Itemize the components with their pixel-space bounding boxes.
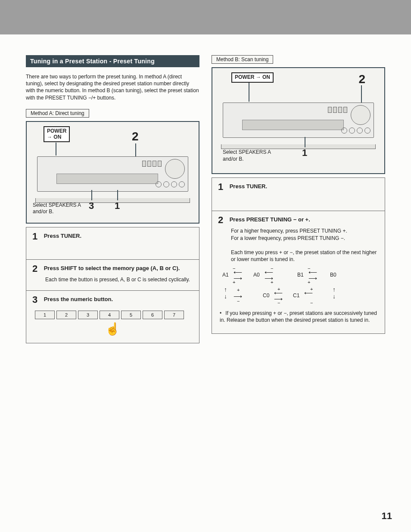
callout-line [56,143,56,156]
method-a-label: Method A: Direct tuning [26,109,89,118]
num-button-2: 2 [56,311,76,319]
speakers-line1: Select SPEAKERS A [223,149,271,155]
speakers-line1: Select SPEAKERS A [33,202,81,208]
device-illustration-a: POWER → ON 2 [33,126,193,217]
arrow-down-icon: ↓ [333,293,336,299]
callout-number-2: 2 [132,130,139,143]
callout-number-1: 1 [302,147,307,159]
num-button-1: 1 [35,311,55,319]
scan-tuning-note: • If you keep pressing + or −, preset st… [220,310,377,324]
minus-label: − [310,300,313,305]
power-text: POWER [47,128,66,134]
step-number: 1 [218,182,223,192]
step-title: Press SHIFT to select the memory page (A… [44,265,180,271]
step-number: 1 [32,232,37,241]
intro-text: There are two ways to perform the preset… [26,73,199,101]
arrow-down-icon: ↓ [224,293,227,299]
bullet-icon: • [220,310,224,317]
speakers-line2: and/or B. [223,156,244,162]
callout-line [91,190,92,200]
header-band [0,0,411,34]
callout-number-3: 3 [89,200,94,212]
method-b-step-2: 2 Press PRESET TUNING − or +. For a high… [212,211,385,334]
right-column: Method B: Scan tuning POWER → ON 2 [212,55,385,343]
numeric-button-row: 1 2 3 4 5 6 7 [35,311,193,319]
minus-label: − [271,266,273,271]
device-illustration-b: POWER → ON 2 [218,72,378,167]
content-area: Tuning in a Preset Station - Preset Tuni… [0,34,411,343]
num-button-7: 7 [164,311,184,319]
plus-label: + [237,287,240,292]
receiver-drawing [223,103,374,146]
method-a-diagram-box: POWER → ON 2 [26,121,199,224]
power-text: POWER → ON [235,74,270,80]
callout-line [305,137,305,147]
step-body-line2: For a lower frequency, press PRESET TUNI… [231,235,379,242]
cycle-b1: B1 [297,272,304,278]
left-column: Tuning in a Preset Station - Preset Tuni… [26,55,199,343]
step-title: Press PRESET TUNING − or +. [230,216,310,223]
step-title: Press TUNER. [44,233,81,239]
step-body: Each time the button is pressed, A, B or… [45,276,193,283]
num-button-6: 6 [143,311,162,319]
manual-page: Tuning in a Preset Station - Preset Tuni… [0,0,411,532]
step-number: 2 [218,215,223,225]
step-number: 2 [32,264,37,274]
section-title: Tuning in a Preset Station - Preset Tuni… [26,55,199,67]
cycle-a0: A0 [253,272,260,278]
plus-label: + [310,286,313,292]
receiver-drawing [37,156,188,199]
speakers-line2: and/or B. [33,208,54,215]
arrow-up-icon: ↑ [224,286,227,292]
hand-press-icon: ☝ [32,322,193,336]
plus-label: + [308,280,310,285]
plus-label: + [271,280,273,285]
arrow-up-icon: ↑ [333,286,336,292]
power-arrow-on: → ON [47,134,61,140]
power-on-label: POWER → ON [44,126,70,143]
callout-line [249,83,249,102]
speakers-label: Select SPEAKERS A and/or B. [223,149,271,162]
cycle-b0: B0 [330,272,336,278]
preset-cycle-diagram: A1 ⟵ ⟶ − + A0 ⟵ ⟶ − + B1 ⟵ ⟶ − + B0 [220,268,377,306]
callout-line [361,85,362,103]
minus-label: − [237,299,240,304]
num-button-3: 3 [78,311,98,319]
step-body-line3: Each time you press + or −, the preset s… [231,249,379,264]
step-title: Press the numeric button. [44,296,113,302]
callout-line [117,190,118,200]
method-a-step-1: 1 Press TUNER. [26,227,199,260]
minus-label: − [233,266,235,271]
plus-label: + [277,286,280,292]
method-b-diagram-box: POWER → ON 2 [212,67,385,174]
method-b-label: Method B: Scan tuning [212,55,273,64]
num-button-5: 5 [121,311,141,319]
method-a-step-2: 2 Press SHIFT to select the memory page … [26,260,199,291]
step-number: 3 [32,295,37,305]
callout-number-1: 1 [115,200,120,212]
callout-number-2: 2 [358,72,365,86]
step-title: Press TUNER. [230,183,267,190]
power-on-label: POWER → ON [231,72,274,83]
cycle-a1: A1 [222,272,229,278]
callout-line [135,143,136,158]
cycle-c1: C1 [293,292,299,299]
note-text: If you keep pressing + or −, preset stat… [220,310,377,323]
num-button-4: 4 [100,311,119,319]
plus-label: + [233,280,235,285]
minus-label: − [308,266,310,271]
cycle-c0: C0 [263,292,269,299]
method-a-step-3: 3 Press the numeric button. 1 2 3 4 5 6 … [26,291,199,343]
method-b-step-1: 1 Press TUNER. [212,177,385,211]
minus-label: − [277,300,280,305]
step-body-line1: For a higher frequency, press PRESET TUN… [231,227,379,235]
page-number: 11 [382,510,392,522]
speakers-label: Select SPEAKERS A and/or B. [33,202,81,215]
